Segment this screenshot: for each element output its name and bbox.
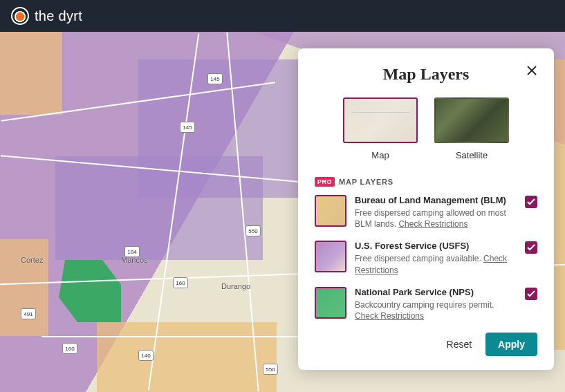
layer-description: Free dispersed camping allowed on most B… xyxy=(355,207,517,230)
basemap-option-satellite[interactable]: Satellite xyxy=(434,97,509,160)
basemap-selector: Map Satellite xyxy=(315,97,537,160)
section-label: MAP LAYERS xyxy=(339,178,393,186)
brand-name: the dyrt xyxy=(35,8,82,24)
layer-row-usfs: U.S. Forest Service (USFS) Free disperse… xyxy=(315,241,537,275)
layer-checkbox[interactable] xyxy=(525,196,537,208)
layer-thumb-icon xyxy=(315,241,346,272)
map-layers-panel: Map Layers Map Satellite PRO MAP LAYERS … xyxy=(298,48,554,370)
layer-row-blm: Bureau of Land Management (BLM) Free dis… xyxy=(315,195,537,230)
route-shield: 140 xyxy=(138,350,154,361)
route-shield: 145 xyxy=(207,73,223,84)
layer-text: Bureau of Land Management (BLM) Free dis… xyxy=(355,195,517,230)
layer-description: Free dispersed camping available. Check … xyxy=(355,253,517,275)
layer-title: National Park Service (NPS) xyxy=(355,287,517,297)
close-icon[interactable] xyxy=(524,62,540,79)
route-shield: 145 xyxy=(180,122,195,133)
panel-footer: Reset Apply xyxy=(315,333,537,356)
layer-title: U.S. Forest Service (USFS) xyxy=(355,241,517,251)
layer-thumb-icon xyxy=(315,287,346,319)
route-shield: 160 xyxy=(62,343,77,354)
layer-thumb-icon xyxy=(315,195,346,227)
satellite-thumb-icon xyxy=(434,97,509,143)
route-shield: 160 xyxy=(173,277,188,288)
reset-button[interactable]: Reset xyxy=(443,333,476,355)
layer-title: Bureau of Land Management (BLM) xyxy=(355,195,517,205)
town-label: Mancos xyxy=(121,256,148,264)
panel-header: Map Layers xyxy=(315,65,537,84)
layer-row-nps: National Park Service (NPS) Backcountry … xyxy=(315,287,537,321)
map-canvas[interactable]: 145 145 184 160 550 491 140 160 550 Cort… xyxy=(0,32,565,392)
layers-section-header: PRO MAP LAYERS xyxy=(315,177,537,187)
basemap-label: Satellite xyxy=(456,150,488,160)
layer-checkbox[interactable] xyxy=(525,241,537,254)
layer-checkbox[interactable] xyxy=(525,288,537,300)
layer-description: Backcountry camping requires permit. Che… xyxy=(355,299,517,321)
pro-badge: PRO xyxy=(315,177,335,187)
check-restrictions-link[interactable]: Check Restrictions xyxy=(398,219,467,229)
route-shield: 550 xyxy=(263,364,278,375)
layer-text: U.S. Forest Service (USFS) Free disperse… xyxy=(355,241,517,275)
layer-text: National Park Service (NPS) Backcountry … xyxy=(355,287,517,321)
town-label: Cortez xyxy=(21,256,43,264)
map-thumb-icon xyxy=(343,97,418,143)
brand-logo[interactable]: the dyrt xyxy=(11,7,82,25)
check-restrictions-link[interactable]: Check Restrictions xyxy=(355,311,424,321)
app-header: the dyrt xyxy=(0,0,565,32)
basemap-label: Map xyxy=(371,150,389,160)
route-shield: 550 xyxy=(246,225,261,236)
apply-button[interactable]: Apply xyxy=(485,333,537,356)
flame-icon xyxy=(11,7,29,25)
panel-title: Map Layers xyxy=(383,65,470,84)
route-shield: 491 xyxy=(21,308,36,319)
town-label: Durango xyxy=(221,282,250,290)
basemap-option-map[interactable]: Map xyxy=(343,97,418,160)
